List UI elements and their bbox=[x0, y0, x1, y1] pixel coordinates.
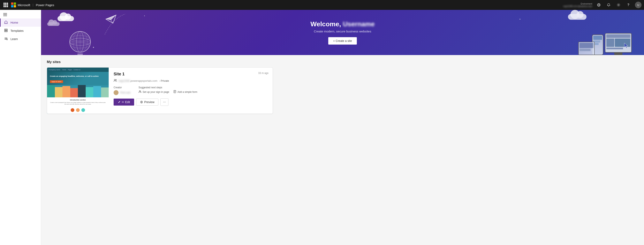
sidebar-item-label-templates: Templates bbox=[10, 29, 24, 32]
svg-line-23 bbox=[111, 20, 113, 23]
preview-nav-home: Home bbox=[62, 69, 66, 70]
form-step-icon bbox=[174, 90, 176, 94]
users-icon bbox=[114, 79, 117, 83]
hero-text-center: Welcome, Username Create modern, secure … bbox=[310, 20, 374, 44]
top-navigation: Microsoft | Power Pages Environment org1… bbox=[0, 0, 644, 10]
hero-title: Welcome, Username bbox=[310, 20, 374, 28]
site-privacy-label: - Private bbox=[159, 79, 169, 82]
hero-subtitle: Create modern, secure business websites bbox=[310, 30, 374, 33]
hero-banner: ✦ ✦ ✦ ✦ bbox=[41, 10, 644, 55]
creator-col: Creator First Last bbox=[114, 86, 130, 95]
cloud-decoration-1 bbox=[58, 16, 74, 21]
hero-username: Username bbox=[343, 20, 375, 28]
user-avatar[interactable]: U bbox=[635, 2, 642, 8]
app-logo: Microsoft | Power Pages bbox=[11, 2, 54, 8]
hamburger-icon bbox=[3, 13, 7, 16]
svg-point-16 bbox=[71, 43, 89, 48]
creator-label: Creator bbox=[114, 86, 130, 89]
sidebar-item-home[interactable]: Home bbox=[0, 18, 41, 27]
form-step-label: Add a simple form bbox=[178, 90, 198, 94]
home-icon bbox=[4, 20, 8, 25]
main-content: ✦ ✦ ✦ ✦ bbox=[41, 10, 644, 245]
create-site-button[interactable]: + Create a site bbox=[328, 37, 357, 44]
preview-intro-section: Introduction section Create a short para… bbox=[47, 97, 109, 107]
preview-nav: Home Pages Contact us bbox=[62, 69, 80, 70]
device-mockups bbox=[592, 33, 632, 55]
next-steps-label: Suggested next steps bbox=[138, 86, 197, 89]
preview-button-label: Preview bbox=[144, 100, 154, 104]
signin-step-icon bbox=[138, 90, 141, 94]
cloud-decoration-4 bbox=[613, 46, 628, 51]
creator-avatar bbox=[114, 90, 118, 95]
svg-point-12 bbox=[70, 32, 90, 52]
svg-marker-24 bbox=[624, 43, 628, 48]
environment-selector[interactable]: Environment org12345.crm.dynamics.com bbox=[563, 3, 592, 8]
app-body: Home Templates Learn ✦ bbox=[0, 10, 644, 245]
microsoft-logo bbox=[11, 2, 16, 8]
trajectory-decoration bbox=[92, 10, 134, 38]
signin-step-label: Set up your sign in page bbox=[142, 90, 169, 94]
site-preview-thumbnail: Company name Home Pages Contact us Creat… bbox=[47, 68, 109, 114]
svg-rect-5 bbox=[4, 29, 6, 30]
site-card: Company name Home Pages Contact us Creat… bbox=[47, 67, 273, 114]
environment-icon[interactable] bbox=[596, 2, 602, 8]
site-name: Site 1 bbox=[114, 72, 268, 76]
edit-button[interactable]: ✏ Edit bbox=[114, 98, 134, 106]
preview-nav-pages: Pages bbox=[68, 69, 72, 70]
sparkle-2: ✦ bbox=[519, 18, 521, 20]
more-options-button[interactable]: ··· bbox=[160, 98, 168, 106]
preview-button[interactable]: Preview bbox=[136, 98, 158, 106]
site-url: org12345.powerappsportals.com bbox=[118, 79, 157, 82]
next-steps-col: Suggested next steps bbox=[138, 86, 197, 95]
settings-icon[interactable] bbox=[615, 2, 622, 8]
site-info-panel: 33 m ago Site 1 org12345.p bbox=[109, 68, 272, 114]
sidebar-item-templates[interactable]: Templates bbox=[0, 27, 41, 35]
sparkle-1: ✦ bbox=[570, 13, 572, 17]
next-steps-items: Set up your sign in page bbox=[138, 90, 197, 94]
paper-plane-decoration bbox=[105, 14, 117, 25]
phone-mockup bbox=[592, 34, 603, 55]
site-timestamp: 33 m ago bbox=[258, 72, 268, 74]
environment-label: Environment bbox=[581, 3, 592, 5]
tablet-mockup bbox=[578, 42, 595, 55]
sites-section: My sites Company name Home Pages Contact… bbox=[41, 55, 644, 119]
cursor-decoration bbox=[624, 42, 630, 50]
svg-point-25 bbox=[114, 79, 116, 80]
svg-point-14 bbox=[70, 38, 90, 46]
sidebar-item-label-learn: Learn bbox=[10, 38, 18, 41]
notifications-icon[interactable] bbox=[606, 2, 612, 8]
creator-info: First Last bbox=[114, 90, 130, 95]
svg-point-17 bbox=[76, 32, 84, 52]
cloud-decoration-2 bbox=[47, 22, 60, 26]
next-step-form[interactable]: Add a simple form bbox=[174, 90, 198, 94]
sidebar-item-learn[interactable]: Learn bbox=[0, 35, 41, 43]
svg-marker-21 bbox=[106, 15, 116, 23]
help-icon[interactable]: ? bbox=[625, 2, 632, 8]
svg-marker-22 bbox=[106, 15, 116, 20]
svg-rect-6 bbox=[6, 29, 8, 30]
sidebar-toggle-button[interactable] bbox=[0, 12, 41, 18]
preview-image bbox=[47, 85, 109, 97]
waffle-menu-button[interactable] bbox=[2, 2, 9, 8]
svg-point-15 bbox=[71, 36, 89, 41]
site-actions: ✏ Edit Preview ··· bbox=[114, 98, 268, 106]
preview-hero: Create an engaging headline, welcome, or… bbox=[47, 72, 109, 85]
sidebar-item-label-home: Home bbox=[10, 21, 18, 24]
svg-rect-10 bbox=[78, 54, 83, 55]
monitor-stand bbox=[614, 52, 622, 55]
preview-headline: Create an engaging headline, welcome, or… bbox=[50, 75, 106, 78]
site-url-row: org12345.powerappsportals.com - Private bbox=[114, 79, 268, 83]
product-name: Power Pages bbox=[36, 3, 54, 7]
site-meta-row: Creator First Last Suggested next steps bbox=[114, 86, 268, 95]
svg-rect-4 bbox=[5, 22, 6, 24]
next-step-signin[interactable]: Set up your sign in page bbox=[138, 90, 169, 94]
svg-point-34 bbox=[141, 102, 142, 102]
preview-header: Company name Home Pages Contact us bbox=[47, 68, 109, 72]
templates-icon bbox=[4, 29, 8, 33]
preview-circles-decoration bbox=[47, 106, 109, 114]
learn-icon bbox=[4, 37, 8, 41]
svg-point-3 bbox=[618, 4, 619, 6]
svg-point-26 bbox=[116, 80, 117, 80]
sparkle-3: ✦ bbox=[92, 46, 94, 49]
sidebar: Home Templates Learn bbox=[0, 10, 41, 245]
